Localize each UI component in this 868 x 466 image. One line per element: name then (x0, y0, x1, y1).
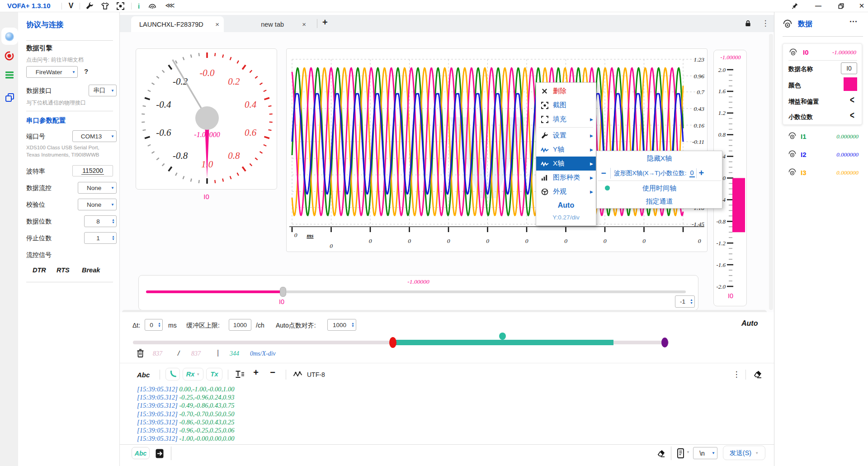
font-decrease-button[interactable]: − (268, 367, 277, 378)
gauge-widget[interactable]: -0.00.20.40.60.81.0-0.2-0.4-0.6-0.8-1.00… (136, 48, 277, 190)
send-button[interactable]: 发送(S) ▼ (723, 446, 765, 460)
menu-item-外观[interactable]: 外观▶ (536, 185, 596, 199)
capture-icon[interactable] (116, 2, 125, 10)
data-panel-more[interactable]: ... (849, 15, 858, 24)
range-marker-start[interactable] (389, 337, 396, 348)
close-button[interactable]: ✕ (857, 1, 866, 10)
submenu-use-time-axis[interactable]: 使用时间轴 (597, 181, 722, 195)
visibility-icon[interactable] (788, 168, 797, 176)
slider-widget[interactable]: -1.00000 I0 -1 ▲▼ (138, 275, 698, 310)
menu-item-截图[interactable]: 截图 (536, 98, 596, 112)
channel-row-I1[interactable]: I10.000000 (774, 131, 868, 144)
pin-icon[interactable] (790, 2, 799, 10)
range-marker-end[interactable] (661, 338, 668, 347)
menu-item-X轴[interactable]: X轴▶ (536, 157, 596, 171)
tab-new[interactable]: new tab × (242, 16, 310, 32)
slider-stepper[interactable]: -1 ▲▼ (675, 295, 695, 308)
collapse-icon[interactable]: ⋘ (165, 1, 175, 10)
pages-copy-icon[interactable] (4, 92, 15, 103)
iface-select[interactable]: 串口▼ (89, 85, 117, 96)
auto-mode-label[interactable]: Auto (741, 319, 758, 328)
chevron-down-icon[interactable]: ▼ (686, 450, 690, 454)
tab-close-icon[interactable]: × (302, 20, 306, 28)
console-log[interactable]: [15:39:05.312] 0.00,-1.00,-0.00,1.00[15:… (137, 385, 761, 444)
align-stepper[interactable]: 1000 ▲▼ (327, 319, 356, 331)
dtr-button[interactable]: DTR (33, 266, 46, 274)
stopbits-stepper[interactable]: 1 ▲▼ (84, 232, 117, 244)
channel-row-I2[interactable]: I20.000000 (774, 149, 868, 162)
buffer-input[interactable]: 1000 (229, 319, 251, 331)
visibility-icon[interactable] (788, 48, 797, 56)
decimals-value[interactable]: 0 (689, 169, 695, 177)
console-more-icon[interactable]: ⋮ (733, 369, 740, 380)
tab-close-icon[interactable]: × (215, 20, 219, 28)
databits-stepper[interactable]: 8 ▲▼ (84, 215, 117, 227)
info-icon[interactable]: i (136, 1, 142, 10)
lock-icon[interactable] (744, 19, 752, 28)
vofa-logo-icon[interactable]: V (66, 1, 76, 10)
flow-select[interactable]: None▼ (78, 182, 117, 194)
increase-button[interactable]: + (699, 168, 704, 178)
clear-console-eraser-icon[interactable] (752, 369, 763, 380)
expand-chevron-icon[interactable]: < (850, 94, 854, 106)
rts-button[interactable]: RTS (57, 266, 70, 274)
font-increase-button[interactable]: + (251, 367, 260, 378)
help-button[interactable]: ? (84, 67, 88, 75)
slider-handle[interactable] (280, 287, 286, 297)
decrease-button[interactable]: − (597, 168, 610, 178)
add-tab-button[interactable]: + (322, 17, 328, 28)
parity-select[interactable]: None▼ (78, 199, 117, 210)
tab-active[interactable]: LAUNCHXL-F28379D × (131, 16, 224, 32)
menu-item-图形种类[interactable]: 图形种类▶ (536, 171, 596, 185)
visibility-icon[interactable] (788, 132, 797, 140)
clear-input-eraser-icon[interactable] (656, 448, 666, 459)
engine-select[interactable]: FireWater▼ (26, 66, 78, 78)
waveform-chart[interactable]: V1.230.960.70.430.16-0.11-0.38-0.65-0.92… (286, 48, 708, 252)
fingerprint-icon[interactable] (147, 2, 157, 10)
send-file-icon[interactable] (154, 447, 165, 459)
menu-item-删除[interactable]: 删除 (536, 84, 596, 98)
name-input[interactable]: I0 (841, 62, 857, 74)
record-connect-icon[interactable] (4, 50, 14, 61)
send-input[interactable] (175, 446, 652, 461)
trash-icon[interactable] (136, 348, 144, 358)
encoding-label[interactable]: UTF-8 (307, 371, 325, 378)
channel-list-icon[interactable] (4, 70, 15, 81)
spinner-arrows-icon[interactable]: ▲▼ (112, 235, 115, 241)
dt-stepper[interactable]: 0 ▲▼ (145, 319, 163, 331)
tab-more-icon[interactable]: ⋮ (762, 18, 769, 29)
send-abc-button[interactable]: Abc (132, 447, 150, 459)
spinner-arrows-icon[interactable]: ▲▼ (112, 219, 115, 224)
connection-tab-icon[interactable] (4, 31, 15, 42)
spinner-arrows-icon[interactable]: ▲▼ (690, 299, 693, 304)
submenu-hide-xaxis[interactable]: 隐藏X轴 (597, 151, 722, 166)
break-button[interactable]: Break (82, 266, 100, 274)
expand-chevron-icon[interactable]: < (850, 109, 854, 121)
text-format-icon[interactable] (234, 369, 245, 379)
tx-filter-button[interactable]: Tx (206, 368, 222, 380)
submenu-pick-channel[interactable]: 指定通道 (597, 195, 722, 209)
spinner-arrows-icon[interactable]: ▲▼ (351, 322, 354, 328)
channel-row-I3[interactable]: I30.000000 (774, 167, 868, 181)
vertical-scrollbar[interactable] (769, 34, 773, 310)
baud-input[interactable]: 115200 (72, 165, 113, 176)
spinner-arrows-icon[interactable]: ▲▼ (158, 322, 161, 328)
menu-auto[interactable]: Auto (536, 199, 596, 212)
visibility-icon[interactable] (783, 19, 793, 29)
theme-shirt-icon[interactable] (100, 2, 109, 10)
port-select[interactable]: COM13▼ (72, 130, 117, 142)
menu-item-填充[interactable]: 填充▶ (536, 112, 596, 126)
color-swatch[interactable] (844, 77, 857, 91)
menu-item-设置[interactable]: 设置▶ (536, 128, 596, 143)
rx-filter-button[interactable]: Rx ▼ (183, 368, 203, 380)
preset-book-icon[interactable] (676, 447, 685, 459)
minimize-button[interactable]: — (814, 1, 823, 10)
visibility-icon[interactable] (788, 150, 797, 158)
menu-item-Y轴[interactable]: Y轴▶ (536, 143, 596, 157)
newline-select[interactable]: \n ▼ (693, 447, 717, 459)
hook-phone-button[interactable] (165, 368, 180, 380)
restore-button[interactable] (836, 2, 845, 10)
range-marker-cursor[interactable] (499, 333, 506, 340)
settings-wrench-icon[interactable] (85, 2, 94, 10)
console-abc-label[interactable]: Abc (137, 371, 150, 379)
